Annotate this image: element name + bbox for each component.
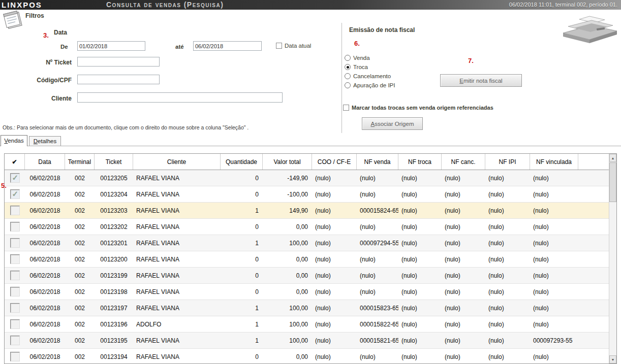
cell-ticket: 00123199	[95, 268, 133, 283]
marcar-trocas-checkbox[interactable]	[343, 105, 349, 111]
col-selecao[interactable]: ✔	[5, 154, 25, 170]
row-checkbox[interactable]	[10, 222, 20, 231]
ticket-input[interactable]	[77, 57, 160, 67]
current-date-checkbox-row[interactable]: Data atual	[276, 43, 311, 49]
row-checkbox[interactable]	[10, 336, 20, 345]
cell-nf-canc: (nulo)	[442, 203, 485, 218]
current-date-checkbox[interactable]	[276, 43, 282, 49]
radio-row-venda[interactable]: Venda	[345, 55, 370, 61]
cell-quantidade: 1	[221, 316, 263, 332]
scroll-down-button[interactable]: ▼	[609, 355, 616, 363]
col-nf-ipi[interactable]: NF IPI	[485, 154, 530, 170]
table-row[interactable]: 06/02/2018 002 00123198 RAFAEL VIANA 0 0…	[5, 284, 609, 300]
date-from-input[interactable]	[77, 41, 145, 51]
troca-radio-label[interactable]: Troca	[353, 64, 368, 70]
table-row[interactable]: 06/02/2018 002 00123201 RAFAEL VIANA 1 1…	[5, 235, 609, 251]
cell-terminal: 002	[65, 203, 95, 218]
row-checkbox[interactable]	[10, 254, 20, 264]
cell-filler	[578, 316, 609, 332]
col-nf-troca[interactable]: NF troca	[398, 154, 442, 170]
table-row[interactable]: 06/02/2018 002 00123199 RAFAEL VIANA 0 0…	[5, 268, 609, 284]
scrollbar-thumb[interactable]	[609, 162, 616, 202]
marcar-trocas-label[interactable]: Marcar todas trocas sem venda origem ref…	[352, 105, 493, 111]
cell-data: 06/02/2018	[25, 186, 65, 202]
tab-detalhes[interactable]: Detalhes	[29, 136, 61, 146]
cell-cliente: RAFAEL VIANA	[133, 333, 221, 348]
row-checkbox[interactable]	[10, 238, 20, 248]
row-checkbox[interactable]	[10, 352, 20, 361]
tab-vendas[interactable]: Vendas	[1, 135, 27, 146]
codigo-cpf-input[interactable]	[77, 75, 160, 84]
col-coo-cfe[interactable]: COO / CF-E	[312, 154, 357, 170]
radio-row-troca[interactable]: Troca	[345, 64, 368, 70]
cell-nf-ipi: (nulo)	[485, 268, 530, 283]
col-quantidade[interactable]: Quantidade	[221, 154, 263, 170]
table-row[interactable]: 06/02/2018 002 00123204 RAFAEL VIANA 0 -…	[5, 186, 609, 203]
table-row[interactable]: 06/02/2018 002 00123195 RAFAEL VIANA 1 1…	[5, 333, 609, 349]
vertical-scrollbar[interactable]: ▲ ▼	[609, 154, 616, 363]
cell-cliente: RAFAEL VIANA	[133, 170, 221, 186]
col-ticket[interactable]: Ticket	[95, 154, 133, 170]
venda-radio[interactable]	[345, 55, 351, 61]
radio-row-apuracao-ipi[interactable]: Apuração de IPI	[345, 82, 395, 88]
cancelamento-radio-label[interactable]: Cancelamento	[353, 73, 391, 79]
cell-cliente: RAFAEL VIANA	[133, 219, 221, 235]
scroll-up-button[interactable]: ▲	[609, 154, 616, 162]
emitir-nota-fiscal-button[interactable]: Emitir nota fiscal	[440, 74, 522, 87]
table-row[interactable]: 06/02/2018 002 00123196 ADOLFO 1 100,00 …	[5, 316, 609, 333]
apuracao-ipi-radio[interactable]	[345, 82, 351, 88]
row-checkbox[interactable]	[10, 271, 20, 280]
cell-nf-venda: (nulo)	[357, 170, 398, 186]
col-terminal[interactable]: Terminal	[65, 154, 95, 170]
cliente-input[interactable]	[77, 92, 283, 103]
cell-nf-venda: 000015824-65	[357, 203, 398, 218]
col-nf-venda[interactable]: NF venda	[357, 154, 398, 170]
cell-coo-cfe: (nulo)	[312, 300, 357, 316]
marcar-trocas-checkbox-row[interactable]: Marcar todas trocas sem venda origem ref…	[343, 105, 493, 111]
table-row[interactable]: 06/02/2018 002 00123205 RAFAEL VIANA 0 -…	[5, 170, 609, 186]
col-nf-vinculada[interactable]: NF vinculada	[530, 154, 578, 170]
cell-filler	[578, 203, 609, 218]
cell-cliente: RAFAEL VIANA	[133, 235, 221, 251]
table-row[interactable]: 06/02/2018 002 00123194 RAFAEL VIANA 0 0…	[5, 349, 609, 363]
cancelamento-radio[interactable]	[345, 73, 351, 79]
col-valor-total[interactable]: Valor total	[263, 154, 312, 170]
table-row[interactable]: 06/02/2018 002 00123197 RAFAEL VIANA 1 1…	[5, 300, 609, 316]
cell-cliente: RAFAEL VIANA	[133, 284, 221, 300]
apuracao-ipi-radio-label[interactable]: Apuração de IPI	[353, 82, 395, 88]
cell-nf-vinculada: (nulo)	[530, 268, 578, 283]
cell-quantidade: 1	[221, 300, 263, 316]
col-data[interactable]: Data	[25, 154, 65, 170]
table-row[interactable]: 06/02/2018 002 00123200 RAFAEL VIANA 0 0…	[5, 251, 609, 268]
cell-terminal: 002	[65, 251, 95, 267]
cell-ticket: 00123204	[95, 186, 133, 202]
table-row[interactable]: 06/02/2018 002 00123203 RAFAEL VIANA 1 1…	[5, 203, 609, 219]
cell-nf-canc: (nulo)	[442, 316, 485, 332]
row-select-cell	[5, 170, 25, 186]
col-nf-canc[interactable]: NF canc.	[442, 154, 485, 170]
current-date-label[interactable]: Data atual	[285, 43, 311, 49]
date-to-input[interactable]	[193, 41, 262, 51]
row-select-cell	[5, 235, 25, 251]
row-checkbox[interactable]	[10, 189, 20, 199]
venda-radio-label[interactable]: Venda	[353, 55, 370, 61]
row-checkbox[interactable]	[10, 303, 20, 313]
troca-radio[interactable]	[345, 64, 351, 70]
row-checkbox[interactable]	[10, 206, 20, 215]
cell-filler	[578, 349, 609, 363]
radio-row-cancelamento[interactable]: Cancelamento	[345, 73, 391, 79]
cell-quantidade: 0	[221, 186, 263, 202]
row-checkbox[interactable]	[10, 319, 20, 329]
cell-cliente: RAFAEL VIANA	[133, 300, 221, 316]
printer-icon	[559, 13, 620, 45]
cell-nf-canc: (nulo)	[442, 219, 485, 235]
associar-origem-button[interactable]: Associar Origem	[362, 117, 423, 130]
cell-cliente: RAFAEL VIANA	[133, 349, 221, 363]
cell-filler	[578, 186, 609, 202]
cell-valor-total: 100,00	[263, 333, 312, 348]
col-cliente[interactable]: Cliente	[133, 154, 221, 170]
row-checkbox[interactable]	[10, 173, 20, 183]
consulta-vendas-window: LINXPOS Consulta de vendas (Pesquisa) 06…	[0, 0, 621, 364]
table-row[interactable]: 06/02/2018 002 00123202 RAFAEL VIANA 0 0…	[5, 219, 609, 235]
row-checkbox[interactable]	[10, 287, 20, 296]
